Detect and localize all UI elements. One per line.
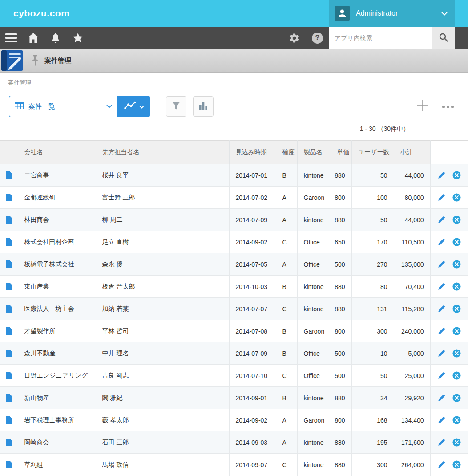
edit-record-pencil-icon[interactable] [437, 238, 445, 246]
cell-subtotal: 240,000 [394, 320, 430, 342]
edit-record-pencil-icon[interactable] [437, 216, 445, 224]
favorites-star-icon[interactable] [72, 32, 84, 44]
cell-users: 100 [351, 187, 394, 209]
record-document-icon[interactable] [6, 327, 12, 335]
edit-record-pencil-icon[interactable] [437, 305, 445, 313]
delete-record-x-icon[interactable] [452, 193, 461, 202]
column-header[interactable]: ユーザー数 [351, 141, 394, 164]
app-header: 案件管理 [0, 49, 468, 73]
edit-record-pencil-icon[interactable] [437, 416, 445, 424]
add-record-plus-icon[interactable] [417, 100, 428, 113]
edit-record-pencil-icon[interactable] [437, 283, 445, 291]
cell-contact: 桜井 良平 [96, 164, 229, 187]
column-header[interactable]: 小計 [394, 141, 430, 164]
cell-product: kintone [297, 209, 331, 231]
filter-button[interactable] [166, 96, 186, 117]
delete-record-x-icon[interactable] [452, 282, 461, 291]
chart-button[interactable] [193, 96, 214, 117]
cell-date: 2014-09-03 [229, 431, 276, 454]
delete-record-x-icon[interactable] [452, 327, 461, 335]
user-menu[interactable]: Administrator [329, 0, 455, 27]
cell-product: kintone [297, 387, 331, 409]
delete-record-x-icon[interactable] [452, 305, 461, 313]
edit-record-pencil-icon[interactable] [437, 461, 445, 469]
record-document-icon[interactable] [6, 461, 12, 468]
cell-grade: A [276, 187, 297, 209]
graph-view-button[interactable] [118, 96, 150, 117]
help-icon[interactable]: ? [312, 33, 323, 44]
pagination[interactable]: 1 - 30 （30件中） [0, 125, 468, 134]
table-row: 医療法人 坊主会加納 若葉2014-07-07Ckintone880131115… [0, 298, 468, 320]
edit-record-pencil-icon[interactable] [437, 394, 445, 402]
search-button[interactable] [432, 27, 455, 49]
delete-record-x-icon[interactable] [452, 216, 461, 224]
pin-icon[interactable] [31, 55, 39, 66]
cell-price: 800 [331, 320, 351, 342]
delete-record-x-icon[interactable] [452, 394, 461, 402]
cell-product: Office [297, 342, 331, 365]
record-icon-cell [0, 320, 18, 342]
cell-date: 2014-09-02 [229, 409, 276, 431]
cell-users: 195 [351, 431, 394, 454]
record-actions-cell [430, 164, 468, 187]
delete-record-x-icon[interactable] [452, 416, 461, 424]
delete-record-x-icon[interactable] [452, 371, 461, 380]
cell-company: 岡崎商会 [18, 431, 96, 454]
search-input[interactable] [329, 27, 432, 49]
cybozu-logo[interactable]: cybozu.com [13, 0, 69, 27]
edit-record-pencil-icon[interactable] [437, 171, 445, 179]
cell-users: 34 [351, 387, 394, 409]
column-header[interactable]: 先方担当者名 [96, 141, 229, 164]
column-header[interactable]: 見込み時期 [229, 141, 276, 164]
edit-record-pencil-icon[interactable] [437, 372, 445, 380]
view-toolbar: 案件一覧 [0, 96, 468, 117]
table-row: 岡崎商会石田 三郎2014-09-03Akintone880195171,600 [0, 431, 468, 454]
delete-record-x-icon[interactable] [452, 349, 461, 358]
record-document-icon[interactable] [6, 283, 12, 290]
options-ellipsis-icon[interactable] [442, 102, 454, 110]
delete-record-x-icon[interactable] [452, 238, 461, 246]
cell-grade: B [276, 320, 297, 342]
view-selector-dropdown[interactable]: 案件一覧 [9, 96, 118, 117]
hamburger-menu-icon[interactable] [5, 32, 17, 44]
settings-gear-icon[interactable] [288, 32, 300, 44]
edit-record-pencil-icon[interactable] [437, 439, 445, 447]
column-header[interactable]: 単価 [331, 141, 351, 164]
record-document-icon[interactable] [6, 238, 12, 246]
record-icon-cell [0, 365, 18, 387]
breadcrumb[interactable]: 案件管理 [8, 79, 31, 87]
column-header[interactable]: 会社名 [18, 141, 96, 164]
record-document-icon[interactable] [6, 394, 12, 402]
edit-record-pencil-icon[interactable] [437, 350, 445, 358]
record-document-icon[interactable] [6, 350, 12, 357]
home-icon[interactable] [28, 32, 39, 44]
record-document-icon[interactable] [6, 416, 12, 424]
delete-record-x-icon[interactable] [452, 460, 461, 469]
cell-grade: B [276, 164, 297, 187]
record-document-icon[interactable] [6, 439, 12, 446]
edit-record-pencil-icon[interactable] [437, 194, 445, 202]
cell-contact: 平林 哲司 [96, 320, 229, 342]
delete-record-x-icon[interactable] [452, 260, 461, 269]
delete-record-x-icon[interactable] [452, 438, 461, 447]
cell-subtotal: 115,280 [394, 298, 430, 320]
table-row: 東山産業板倉 晋太郎2014-10-03Bkintone8808070,400 [0, 276, 468, 298]
delete-record-x-icon[interactable] [452, 171, 461, 179]
cell-users: 80 [351, 276, 394, 298]
record-document-icon[interactable] [6, 260, 12, 268]
edit-record-pencil-icon[interactable] [437, 327, 445, 335]
notification-bell-icon[interactable] [50, 32, 61, 44]
record-document-icon[interactable] [6, 216, 12, 224]
edit-record-pencil-icon[interactable] [437, 260, 445, 269]
table-row: 板橋電子株式会社森永 優2014-07-05AOffice500270135,0… [0, 253, 468, 276]
column-header[interactable]: 確度 [276, 141, 297, 164]
app-notebook-icon[interactable] [0, 49, 24, 74]
record-document-icon[interactable] [6, 372, 12, 379]
record-document-icon[interactable] [6, 171, 12, 179]
cell-date: 2014-07-01 [229, 164, 276, 187]
column-header[interactable]: 製品名 [297, 141, 331, 164]
record-document-icon[interactable] [6, 194, 12, 201]
cell-price: 800 [331, 409, 351, 431]
cell-grade: C [276, 298, 297, 320]
record-document-icon[interactable] [6, 305, 12, 313]
